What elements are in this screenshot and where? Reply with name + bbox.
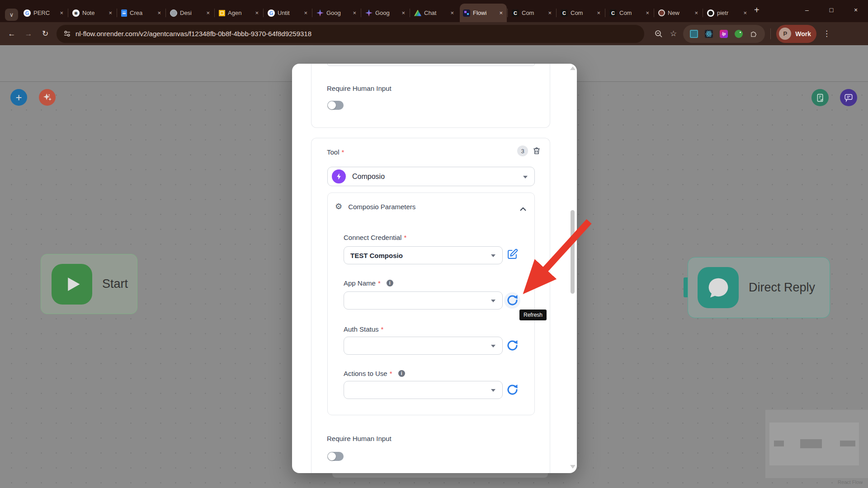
refresh-icon [506, 384, 519, 396]
browser-tab[interactable]: GUntit× [264, 4, 311, 22]
google-drive-icon [414, 10, 421, 16]
refresh-icon [506, 294, 519, 306]
browser-tab[interactable]: Goog× [362, 4, 409, 22]
require-human-input-toggle[interactable] [327, 101, 344, 110]
close-tab-icon[interactable]: × [401, 9, 406, 16]
close-tab-icon[interactable]: × [254, 9, 259, 16]
modal-scrollbar[interactable] [571, 210, 575, 294]
browser-menu-icon[interactable]: ⋮ [823, 29, 830, 38]
close-tab-icon[interactable]: × [303, 9, 308, 16]
avatar: P [779, 28, 791, 40]
target-icon [658, 9, 665, 16]
chevron-down-icon: ∨ [9, 11, 14, 18]
browser-tab[interactable]: CCom× [606, 4, 653, 22]
auth-status-label: Auth Status* [344, 325, 383, 333]
browser-tab[interactable]: Goog× [313, 4, 360, 22]
close-tab-icon[interactable]: × [156, 9, 162, 16]
browser-tab[interactable]: New× [655, 4, 702, 22]
composio-icon: C [512, 9, 519, 17]
close-tab-icon[interactable]: × [108, 9, 113, 16]
refresh-actions-button[interactable] [506, 384, 519, 398]
refresh-auth-status-button[interactable] [506, 339, 519, 353]
new-tab-button[interactable]: + [754, 5, 760, 15]
browser-tab[interactable]: Desi× [167, 4, 214, 22]
extension-icon[interactable] [690, 30, 698, 38]
window-controls: – □ × [795, 0, 868, 20]
direct-reply-node[interactable]: Direct Reply [688, 257, 830, 318]
close-tab-icon[interactable]: × [205, 9, 211, 16]
app-name-select[interactable] [344, 291, 503, 310]
close-tab-icon[interactable]: × [693, 9, 699, 16]
profile-chip[interactable]: P Work [776, 25, 816, 43]
site-settings-icon[interactable] [63, 30, 71, 38]
require-human-input-label: Require Human Input [327, 84, 392, 92]
extension-icon[interactable]: lp [720, 30, 728, 38]
tab-search-button[interactable]: ∨ [5, 9, 18, 21]
back-icon[interactable]: ← [6, 29, 18, 38]
browser-tab[interactable]: pietr× [704, 4, 751, 22]
extension-icon[interactable] [735, 30, 743, 38]
browser-tab-active[interactable]: Flowi× [460, 4, 507, 22]
require-human-input-toggle[interactable] [327, 452, 344, 461]
tool-block-previous: Require Human Input [311, 64, 550, 128]
info-icon[interactable]: i [387, 280, 393, 286]
close-tab-icon[interactable]: × [498, 9, 504, 16]
browser-tab[interactable]: CCom× [557, 4, 604, 22]
minimap-node [774, 441, 784, 446]
scroll-down-icon[interactable] [570, 465, 576, 469]
browser-window: ∨ GPERC× ◉Note× Crea× Desi× Agen× GUntit… [0, 0, 868, 488]
close-tab-icon[interactable]: × [596, 9, 601, 16]
browser-tab[interactable]: Agen× [216, 4, 263, 22]
minimize-icon[interactable]: – [795, 6, 819, 14]
browser-tab[interactable]: CCom× [509, 4, 556, 22]
tool-select[interactable]: Composio [327, 167, 535, 186]
add-node-button[interactable]: + [10, 89, 27, 106]
sparkles-icon [42, 93, 52, 103]
scroll-up-icon[interactable] [570, 66, 576, 70]
google-g-icon: G [268, 9, 275, 17]
minimap[interactable] [765, 410, 868, 478]
zoom-indicator-icon[interactable] [654, 29, 663, 38]
flow-app-icon [463, 9, 470, 17]
divider [770, 28, 771, 39]
info-icon[interactable]: i [398, 370, 405, 377]
actions-to-use-select[interactable] [344, 381, 503, 399]
close-tab-icon[interactable]: × [352, 9, 357, 16]
refresh-app-name-button[interactable] [506, 294, 519, 308]
extensions-puzzle-icon[interactable] [750, 29, 758, 38]
close-tab-icon[interactable]: × [449, 9, 455, 16]
start-node[interactable]: Start [41, 254, 137, 314]
auth-status-select[interactable] [344, 337, 503, 355]
browser-tab[interactable]: Crea× [118, 4, 165, 22]
delete-tool-button[interactable] [532, 146, 541, 157]
parameters-header[interactable]: ⚙ Composio Parameters [335, 202, 415, 211]
bookmark-star-icon[interactable]: ☆ [670, 29, 677, 38]
browser-tab[interactable]: Chat× [411, 4, 458, 22]
close-tab-icon[interactable]: × [645, 9, 650, 16]
app-icon [219, 10, 225, 16]
connect-credential-label: Connect Credential* [344, 234, 406, 241]
window-close-icon[interactable]: × [844, 6, 868, 14]
maximize-icon[interactable]: □ [819, 6, 844, 14]
close-tab-icon[interactable]: × [59, 9, 64, 16]
connect-credential-select[interactable]: TEST Composio [344, 246, 503, 264]
collapse-button[interactable] [520, 205, 526, 213]
browser-tab[interactable]: GPERC× [20, 4, 67, 22]
address-bar[interactable]: nl-flow.onrender.com/v2/agentcanvas/f123… [57, 25, 644, 43]
composio-icon: C [561, 9, 568, 17]
gemini-icon [316, 9, 324, 17]
google-docs-icon [121, 9, 127, 17]
edit-credential-button[interactable] [507, 249, 518, 262]
url-text: nl-flow.onrender.com/v2/agentcanvas/f123… [75, 30, 311, 38]
browser-tab[interactable]: ◉Note× [69, 4, 116, 22]
reload-icon[interactable]: ↻ [39, 29, 51, 38]
extensions-group: lp [683, 25, 765, 43]
ai-generate-button[interactable] [39, 89, 56, 106]
forward-icon[interactable]: → [23, 29, 34, 38]
close-tab-icon[interactable]: × [742, 9, 748, 16]
chat-button[interactable] [840, 89, 857, 106]
close-tab-icon[interactable]: × [547, 9, 552, 16]
react-devtools-icon[interactable] [705, 30, 713, 38]
minimap-node [800, 439, 822, 448]
sticky-note-button[interactable] [811, 89, 829, 106]
